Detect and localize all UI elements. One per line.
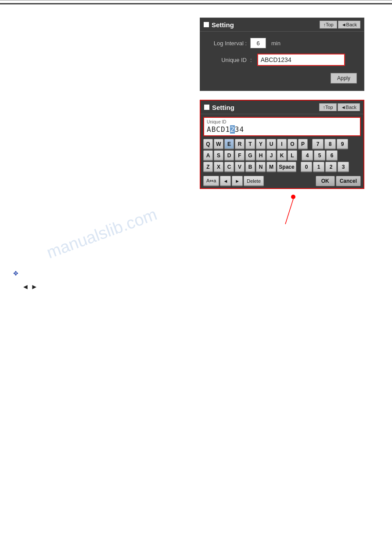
key-5[interactable]: 5 (314, 150, 325, 161)
key-K[interactable]: K (277, 150, 287, 161)
key-3[interactable]: 3 (338, 162, 349, 172)
key-G[interactable]: G (245, 150, 255, 161)
key-Y[interactable]: Y (256, 139, 266, 149)
panel-title-1: Setting (204, 21, 234, 29)
key-T[interactable]: T (245, 139, 255, 149)
svg-line-3 (285, 199, 293, 224)
key-X[interactable]: X (214, 162, 223, 172)
log-interval-row: Log Interval : min (207, 38, 357, 48)
unique-id-colon: : (250, 57, 252, 63)
key-Z[interactable]: Z (203, 162, 213, 172)
key-A[interactable]: A (203, 150, 213, 161)
key-D[interactable]: D (224, 150, 234, 161)
key-V[interactable]: V (235, 162, 245, 172)
key-P[interactable]: P (298, 139, 308, 149)
key-L[interactable]: L (288, 150, 297, 161)
setting-panel-2: Setting ↑Top ◄Back Unique ID ABCD1234 Q (200, 100, 364, 189)
watermark: manualslib.com (44, 205, 160, 262)
top-button-1[interactable]: ↑Top (320, 21, 337, 29)
key-N[interactable]: N (256, 162, 266, 172)
panel-title-2: Setting (204, 104, 234, 111)
unique-id-row: Unique ID : (207, 54, 357, 66)
kb-input-area: Unique ID ABCD1234 (203, 117, 361, 136)
kb-row-1: Q W E R T Y U I O P 7 8 9 (203, 139, 361, 149)
svg-point-2 (291, 195, 295, 199)
kb-row-3: Z X C V B N M Space 0 1 2 3 (203, 162, 361, 172)
key-B[interactable]: B (245, 162, 255, 172)
key-C[interactable]: C (224, 162, 234, 172)
cursor-right-button[interactable]: ► (232, 176, 243, 186)
cursor-char: 2 (230, 125, 235, 134)
key-0[interactable]: 0 (301, 162, 312, 172)
key-8[interactable]: 8 (324, 139, 336, 149)
panel-nav-2: ↑Top ◄Back (319, 103, 360, 111)
keyboard-area: Q W E R T Y U I O P 7 8 9 A (201, 138, 363, 175)
top-button-2[interactable]: ↑Top (319, 103, 336, 111)
key-H[interactable]: H (256, 150, 266, 161)
unit-label: min (271, 40, 281, 47)
panel-body-1: Log Interval : min Unique ID : Apply (200, 32, 364, 91)
panel-nav-1: ↑Top ◄Back (320, 21, 360, 29)
key-Q[interactable]: Q (203, 139, 213, 149)
setting-panel-1: Setting ↑Top ◄Back Log Interval : min Un… (200, 18, 364, 91)
cancel-button[interactable]: Cancel (336, 176, 361, 186)
log-interval-input[interactable] (250, 38, 266, 48)
key-S[interactable]: S (214, 150, 223, 161)
key-7[interactable]: 7 (312, 139, 324, 149)
back-button-1[interactable]: ◄Back (338, 21, 360, 29)
key-W[interactable]: W (214, 139, 223, 149)
unique-id-label: Unique ID (207, 57, 247, 63)
kb-input-display: ABCD1234 (207, 125, 357, 134)
cursor-move-icon: ✥ (13, 268, 18, 279)
panel-header-2: Setting ↑Top ◄Back (201, 101, 363, 114)
back-button-2[interactable]: ◄Back (338, 103, 360, 111)
kb-bottom-row: A⇔a ◄ ► Delete OK Cancel (201, 175, 363, 188)
key-9[interactable]: 9 (337, 139, 348, 149)
log-interval-label: Log Interval : (207, 40, 247, 47)
title-square-icon (204, 22, 209, 27)
key-U[interactable]: U (266, 139, 276, 149)
toggle-case-button[interactable]: A⇔a (203, 176, 219, 186)
kb-row-2: A S D F G H J K L 4 5 6 (203, 150, 361, 161)
key-E[interactable]: E (224, 139, 234, 149)
panels-container: Setting ↑Top ◄Back Log Interval : min Un… (200, 18, 364, 189)
key-F[interactable]: F (235, 150, 245, 161)
key-J[interactable]: J (266, 150, 276, 161)
key-space[interactable]: Space (277, 162, 296, 172)
bottom-text-area: ✥ ◄ ► (13, 268, 38, 294)
key-R[interactable]: R (235, 139, 245, 149)
panel-title-text-2: Setting (212, 104, 234, 111)
key-2[interactable]: 2 (325, 162, 337, 172)
left-right-arrow-icon: ◄ ► (22, 283, 38, 290)
key-O[interactable]: O (288, 139, 297, 149)
apply-button[interactable]: Apply (331, 73, 357, 83)
title-square-icon-2 (204, 105, 209, 110)
panel-header-1: Setting ↑Top ◄Back (200, 18, 364, 32)
kb-unique-id-label: Unique ID (207, 120, 357, 124)
key-1[interactable]: 1 (313, 162, 324, 172)
ok-button[interactable]: OK (316, 176, 335, 186)
bottom-arrow-line: ◄ ► (13, 281, 38, 294)
cursor-left-button[interactable]: ◄ (220, 176, 231, 186)
key-4[interactable]: 4 (302, 150, 313, 161)
bottom-cursor-line: ✥ (13, 268, 38, 279)
key-6[interactable]: 6 (326, 150, 338, 161)
key-M[interactable]: M (266, 162, 276, 172)
panel-title-text-1: Setting (212, 21, 234, 29)
delete-button[interactable]: Delete (244, 176, 264, 186)
key-I[interactable]: I (277, 139, 287, 149)
unique-id-input-1[interactable] (257, 54, 345, 66)
apply-row: Apply (207, 71, 357, 84)
